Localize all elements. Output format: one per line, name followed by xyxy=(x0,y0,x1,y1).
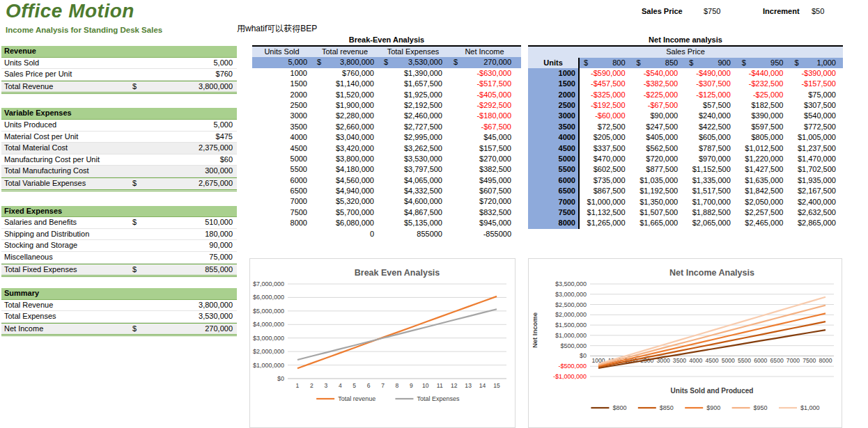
cell-expenses[interactable]: 855000 xyxy=(378,229,448,239)
cell-net-income[interactable]: $720,000 xyxy=(633,154,685,164)
break-even-chart[interactable]: $0$1,000,000$2,000,000$3,000,000$4,000,0… xyxy=(249,258,516,428)
cell-units-produced[interactable]: 8000 xyxy=(528,218,580,228)
cell-expenses[interactable]: $2,192,500 xyxy=(378,100,448,111)
cell-net-income[interactable]: $75,000 xyxy=(790,90,843,100)
cell-units-produced[interactable]: 2000 xyxy=(528,90,580,100)
cell-net-income[interactable]: -$60,000 xyxy=(580,111,633,121)
cell-net-income[interactable]: -$630,000 xyxy=(448,68,521,79)
cell-revenue[interactable]: $4,560,000 xyxy=(311,175,378,186)
cell-units[interactable]: 7000 xyxy=(252,196,311,207)
cell-units[interactable]: 4000 xyxy=(252,132,311,143)
cell-net-income[interactable]: -$490,000 xyxy=(685,68,738,79)
cell-expenses[interactable]: $1,657,500 xyxy=(378,79,448,89)
cell-net-income[interactable]: $2,050,000 xyxy=(738,197,791,207)
row-value[interactable]: 855,000 xyxy=(205,264,233,276)
cell-expenses[interactable]: $1,925,000 xyxy=(378,90,448,100)
net-income-chart[interactable]: -$1,000,000-$500,000$0$500,000$1,000,000… xyxy=(528,258,842,428)
row-value[interactable]: 75,000 xyxy=(209,252,233,263)
cell-revenue[interactable]: $3,040,000 xyxy=(311,132,378,143)
cell-revenue[interactable]: $1,900,000 xyxy=(311,100,378,111)
cell-net-income[interactable]: $1,005,000 xyxy=(790,132,843,143)
cell-net-income[interactable]: $1,635,000 xyxy=(738,175,791,186)
cell-value[interactable]: $3,800,000 xyxy=(311,57,378,68)
cell-net-income[interactable]: $1,700,000 xyxy=(685,197,738,207)
cell-net-income[interactable]: $270,000 xyxy=(448,154,521,164)
cell-units-produced[interactable]: 1000 xyxy=(528,68,580,79)
cell-net-income[interactable]: $2,400,000 xyxy=(790,197,843,207)
cell-net-income[interactable]: $1,665,000 xyxy=(633,218,685,228)
row-value[interactable]: $760 xyxy=(216,69,233,80)
row-value[interactable]: $60 xyxy=(220,154,233,166)
cell-net-income[interactable]: $1,517,500 xyxy=(685,186,738,196)
cell-expenses[interactable]: $3,262,500 xyxy=(378,143,448,154)
cell-expenses[interactable]: $3,797,500 xyxy=(378,164,448,175)
cell-revenue[interactable]: $760,000 xyxy=(311,68,378,79)
cell-net-income[interactable]: -$25,000 xyxy=(738,90,791,100)
cell-net-income[interactable]: $382,500 xyxy=(448,164,521,175)
increment-value[interactable]: $50 xyxy=(812,7,824,15)
cell-units-produced[interactable]: 7500 xyxy=(528,207,580,218)
cell-net-income[interactable]: -$307,500 xyxy=(685,79,738,89)
cell-net-income[interactable]: $495,000 xyxy=(448,175,521,186)
row-value[interactable]: 3,800,000 xyxy=(199,300,233,311)
cell-revenue[interactable]: $2,280,000 xyxy=(311,111,378,121)
cell-net-income[interactable]: $1,842,500 xyxy=(738,186,791,196)
cell-net-income[interactable]: $1,012,500 xyxy=(738,143,791,154)
cell-net-income[interactable]: $2,865,000 xyxy=(790,218,843,228)
cell-net-income[interactable]: -$590,000 xyxy=(580,68,633,79)
cell-units[interactable]: 5,000 xyxy=(252,57,311,68)
cell-net-income[interactable]: $157,500 xyxy=(448,143,521,154)
cell-net-income[interactable]: $1,265,000 xyxy=(580,218,633,228)
cell-revenue[interactable]: $2,660,000 xyxy=(311,122,378,132)
cell-net-income[interactable]: $90,000 xyxy=(633,111,685,121)
cell-net-income[interactable]: $2,065,000 xyxy=(685,218,738,228)
cell-net-income[interactable]: -$192,500 xyxy=(580,100,633,111)
cell-units-produced[interactable]: 3000 xyxy=(528,111,580,121)
cell-units-produced[interactable]: 4500 xyxy=(528,143,580,154)
cell-net-income[interactable]: $72,500 xyxy=(580,122,633,132)
cell-expenses[interactable]: $4,065,000 xyxy=(378,175,448,186)
cell-units-produced[interactable]: 3500 xyxy=(528,122,580,132)
cell-units[interactable] xyxy=(252,229,311,239)
row-value[interactable]: 2,675,000 xyxy=(199,178,233,189)
row-value[interactable]: 3,530,000 xyxy=(199,311,233,322)
cell-net-income[interactable]: -$517,500 xyxy=(448,79,521,89)
cell-net-income[interactable]: -$405,000 xyxy=(448,90,521,100)
cell-net-income[interactable]: $205,000 xyxy=(580,132,633,143)
cell-net-income[interactable]: $1,935,000 xyxy=(790,175,843,186)
cell-expenses[interactable]: $4,332,500 xyxy=(378,186,448,196)
cell-expenses[interactable]: $2,995,000 xyxy=(378,132,448,143)
cell-expenses[interactable]: $1,390,000 xyxy=(378,68,448,79)
cell-net-income[interactable]: $867,500 xyxy=(580,186,633,196)
sales-price-value[interactable]: $750 xyxy=(704,7,720,15)
cell-net-income[interactable]: -855000 xyxy=(448,229,521,239)
cell-net-income[interactable]: $772,500 xyxy=(790,122,843,132)
cell-net-income[interactable]: $945,000 xyxy=(448,218,521,228)
cell-expenses[interactable]: $2,727,500 xyxy=(378,122,448,132)
cell-net-income[interactable]: $787,500 xyxy=(685,143,738,154)
cell-net-income[interactable]: $470,000 xyxy=(580,154,633,164)
cell-net-income[interactable]: -$457,500 xyxy=(580,79,633,89)
cell-units-produced[interactable]: 7000 xyxy=(528,197,580,207)
cell-units[interactable]: 3500 xyxy=(252,122,311,132)
cell-net-income[interactable]: -$232,500 xyxy=(738,79,791,89)
cell-units[interactable]: 3000 xyxy=(252,111,311,121)
cell-net-income[interactable]: $1,335,000 xyxy=(685,175,738,186)
cell-units[interactable]: 6500 xyxy=(252,186,311,196)
cell-net-income[interactable]: $877,500 xyxy=(633,164,685,175)
cell-net-income[interactable]: $307,500 xyxy=(790,100,843,111)
cell-net-income[interactable]: $1,035,000 xyxy=(633,175,685,186)
cell-net-income[interactable]: $735,000 xyxy=(580,175,633,186)
row-value[interactable]: 90,000 xyxy=(209,240,233,251)
cell-units-produced[interactable]: 6500 xyxy=(528,186,580,196)
cell-net-income[interactable]: $182,500 xyxy=(738,100,791,111)
cell-net-income[interactable]: -$67,500 xyxy=(633,100,685,111)
cell-net-income[interactable]: $1,350,000 xyxy=(633,197,685,207)
cell-expenses[interactable]: $4,600,000 xyxy=(378,196,448,207)
cell-net-income[interactable]: $2,167,500 xyxy=(790,186,843,196)
cell-net-income[interactable]: $1,702,500 xyxy=(790,164,843,175)
cell-expenses[interactable]: $4,867,500 xyxy=(378,207,448,218)
cell-net-income[interactable]: -$157,500 xyxy=(790,79,843,89)
cell-net-income[interactable]: $832,500 xyxy=(448,207,521,218)
cell-net-income[interactable]: $1,507,500 xyxy=(633,207,685,218)
